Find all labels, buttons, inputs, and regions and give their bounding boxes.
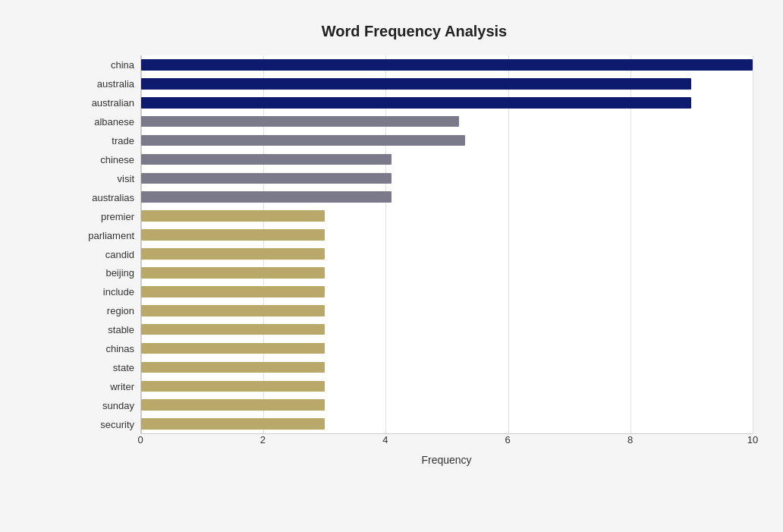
bar-row [141, 244, 753, 263]
chart-title: Word Frequency Analysis [76, 23, 753, 40]
bar [141, 305, 325, 316]
x-axis-container: 0246810 [140, 434, 753, 451]
bar [141, 286, 325, 297]
bar [141, 116, 459, 127]
y-label: candid [76, 245, 140, 264]
chart-container: Word Frequency Analysis chinaaustraliaau… [8, 8, 775, 532]
bar [141, 399, 325, 411]
y-label: include [76, 282, 140, 301]
y-label: parliament [76, 226, 140, 245]
bar-row [141, 168, 753, 187]
bar [141, 381, 325, 392]
x-tick-label: 2 [260, 434, 266, 445]
grid-line [753, 55, 753, 433]
y-label: australian [76, 93, 140, 112]
y-label: region [76, 301, 140, 320]
y-label: security [76, 415, 140, 434]
y-labels: chinaaustraliaaustralianalbanesetradechi… [76, 55, 140, 434]
bar [141, 210, 325, 222]
y-label: sunday [76, 396, 140, 415]
bar [141, 267, 325, 279]
y-label: visit [76, 169, 140, 188]
bar-row [141, 150, 753, 169]
bar [141, 191, 392, 203]
x-tick-label: 10 [747, 434, 758, 445]
y-label: stable [76, 320, 140, 339]
x-axis-label: Frequency [140, 454, 753, 466]
bar [141, 154, 392, 165]
y-label: beijing [76, 263, 140, 282]
bar-row [141, 339, 753, 358]
bar-row [141, 187, 753, 206]
x-tick-label: 4 [382, 434, 388, 445]
bar [141, 343, 325, 354]
bar-row [141, 206, 753, 225]
bar [141, 324, 325, 335]
bar-row [141, 376, 753, 395]
y-label: albanese [76, 112, 140, 131]
chart-area: chinaaustraliaaustralianalbanesetradechi… [76, 55, 753, 466]
y-label: premier [76, 207, 140, 226]
x-tick-label: 6 [505, 434, 511, 445]
bar-row [141, 55, 753, 74]
bar [141, 173, 392, 184]
bar [141, 418, 325, 430]
bar-row [141, 414, 753, 433]
y-label: chinas [76, 339, 140, 358]
x-tick-label: 0 [137, 434, 143, 445]
bar-row [141, 395, 753, 414]
bar-row [141, 112, 753, 131]
bar-row [141, 358, 753, 377]
y-label: trade [76, 131, 140, 150]
bar [141, 362, 325, 373]
y-label: china [76, 55, 140, 74]
bar-row [141, 263, 753, 282]
y-label: australias [76, 188, 140, 207]
bar-row [141, 301, 753, 320]
bar [141, 97, 691, 109]
bar-row [141, 282, 753, 301]
bar-row [141, 320, 753, 339]
bar-row [141, 225, 753, 244]
bar [141, 229, 325, 241]
bar [141, 59, 753, 71]
bar-row [141, 131, 753, 150]
y-label: australia [76, 74, 140, 93]
y-label: chinese [76, 150, 140, 169]
bar [141, 248, 325, 260]
bar-row [141, 74, 753, 93]
bar [141, 78, 691, 90]
bars-container [141, 55, 753, 433]
bar [141, 135, 465, 146]
bar-row [141, 93, 753, 112]
y-label: writer [76, 377, 140, 396]
plot-area [140, 55, 753, 434]
bars-wrapper: chinaaustraliaaustralianalbanesetradechi… [76, 55, 753, 434]
x-tick-label: 8 [627, 434, 633, 445]
y-label: state [76, 358, 140, 377]
